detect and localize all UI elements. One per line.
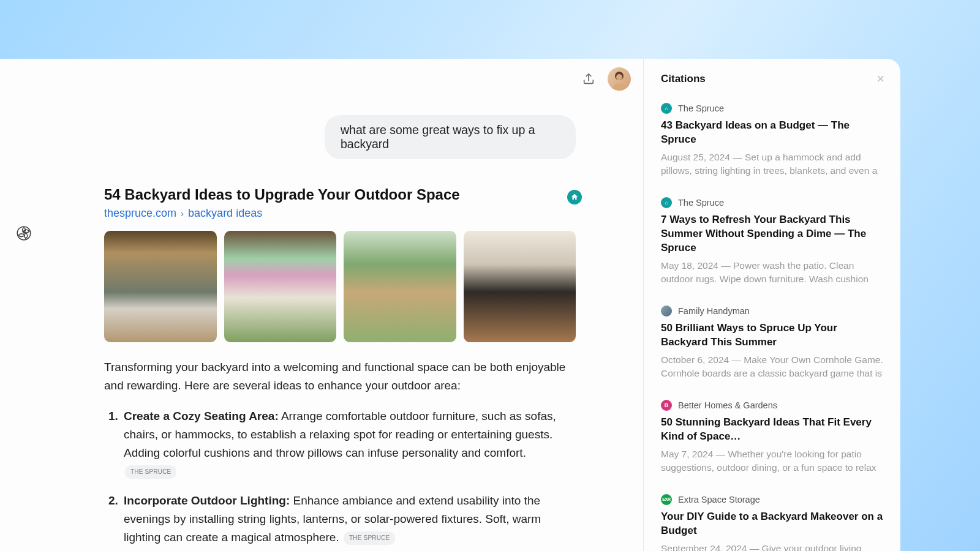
citation-title: Your DIY Guide to a Backyard Makeover on… bbox=[661, 510, 884, 538]
inline-citation-pill[interactable]: THE SPRUCE bbox=[344, 531, 395, 545]
user-avatar[interactable] bbox=[608, 67, 631, 91]
citation-title: 43 Backyard Ideas on a Budget — The Spru… bbox=[661, 119, 884, 147]
citation-title: 50 Stunning Backyard Ideas That Fit Ever… bbox=[661, 416, 884, 444]
result-breadcrumb[interactable]: thespruce.com › backyard ideas bbox=[104, 207, 576, 220]
citation-description: October 6, 2024 — Make Your Own Cornhole… bbox=[661, 353, 884, 383]
page-background: what are some great ways to fix up a bac… bbox=[0, 0, 980, 551]
idea-title: Incorporate Outdoor Lighting: bbox=[124, 494, 290, 507]
main-column: what are some great ways to fix up a bac… bbox=[0, 59, 643, 551]
thumbnail-image[interactable] bbox=[224, 231, 337, 342]
citations-list: ⌂The Spruce43 Backyard Ideas on a Budget… bbox=[661, 103, 884, 551]
source-favicon-icon bbox=[661, 305, 672, 317]
source-badge-icon[interactable] bbox=[567, 190, 582, 204]
user-query-text: what are some great ways to fix up a bac… bbox=[341, 123, 535, 151]
source-favicon-icon: B bbox=[661, 400, 672, 411]
user-query-bubble: what are some great ways to fix up a bac… bbox=[325, 115, 576, 159]
svg-point-1 bbox=[616, 74, 622, 80]
source-favicon-icon: EXR bbox=[661, 494, 672, 505]
app-panel: what are some great ways to fix up a bac… bbox=[0, 59, 900, 551]
chevron-right-icon: › bbox=[179, 208, 185, 219]
answer-intro: Transforming your backyard into a welcom… bbox=[104, 358, 576, 395]
thumbnail-image[interactable] bbox=[104, 231, 217, 342]
citation-item[interactable]: EXRExtra Space StorageYour DIY Guide to … bbox=[661, 494, 884, 551]
close-icon[interactable]: × bbox=[876, 72, 884, 86]
citation-title: 7 Ways to Refresh Your Backyard This Sum… bbox=[661, 213, 884, 255]
source-favicon-icon: ⌂ bbox=[661, 197, 672, 208]
breadcrumb-domain: thespruce.com bbox=[104, 207, 176, 219]
citation-description: May 18, 2024 — Power wash the patio. Cle… bbox=[661, 259, 884, 288]
result-header: 54 Backyard Ideas to Upgrade Your Outdoo… bbox=[104, 186, 576, 220]
citations-heading: Citations bbox=[661, 73, 706, 85]
breadcrumb-path: backyard ideas bbox=[188, 207, 262, 219]
citation-title: 50 Brilliant Ways to Spruce Up Your Back… bbox=[661, 321, 884, 350]
conversation: what are some great ways to fix up a bac… bbox=[67, 115, 576, 551]
share-icon[interactable] bbox=[582, 72, 595, 86]
idea-title: Create a Cozy Seating Area: bbox=[124, 410, 279, 422]
citation-source-name: The Spruce bbox=[678, 198, 724, 208]
citation-source-line: ⌂The Spruce bbox=[661, 103, 884, 114]
citation-item[interactable]: Family Handyman50 Brilliant Ways to Spru… bbox=[661, 305, 884, 383]
citation-source-line: ⌂The Spruce bbox=[661, 197, 884, 208]
inline-citation-pill[interactable]: THE SPRUCE bbox=[125, 465, 176, 479]
idea-item: Create a Cozy Seating Area: Arrange comf… bbox=[121, 407, 576, 481]
citation-source-line: Family Handyman bbox=[661, 305, 884, 317]
citation-item[interactable]: BBetter Homes & Gardens50 Stunning Backy… bbox=[661, 400, 884, 477]
citation-description: May 7, 2024 — Whether you're looking for… bbox=[661, 448, 884, 477]
citation-source-name: The Spruce bbox=[678, 103, 724, 113]
source-favicon-icon: ⌂ bbox=[661, 103, 672, 114]
idea-item: Incorporate Outdoor Lighting: Enhance am… bbox=[121, 492, 576, 547]
assistant-logo-icon bbox=[16, 225, 32, 241]
thumbnail-image[interactable] bbox=[344, 231, 456, 342]
result-title: 54 Backyard Ideas to Upgrade Your Outdoo… bbox=[104, 186, 576, 203]
citation-source-line: BBetter Homes & Gardens bbox=[661, 400, 884, 411]
ideas-list: Create a Cozy Seating Area: Arrange comf… bbox=[104, 407, 576, 551]
image-thumbnails bbox=[104, 231, 576, 342]
citation-source-name: Better Homes & Gardens bbox=[678, 400, 777, 410]
citation-description: September 24, 2024 — Give your outdoor l… bbox=[661, 542, 884, 552]
citation-item[interactable]: ⌂The Spruce43 Backyard Ideas on a Budget… bbox=[661, 103, 884, 180]
citation-source-line: EXRExtra Space Storage bbox=[661, 494, 884, 505]
citation-item[interactable]: ⌂The Spruce7 Ways to Refresh Your Backya… bbox=[661, 197, 884, 288]
thumbnail-image[interactable] bbox=[464, 231, 576, 342]
citation-description: August 25, 2024 — Set up a hammock and a… bbox=[661, 151, 884, 180]
toolbar bbox=[582, 67, 631, 91]
citation-source-name: Family Handyman bbox=[678, 306, 750, 316]
citations-sidebar: Citations × ⌂The Spruce43 Backyard Ideas… bbox=[643, 59, 900, 551]
sidebar-header: Citations × bbox=[661, 72, 884, 86]
citation-source-name: Extra Space Storage bbox=[678, 495, 760, 504]
